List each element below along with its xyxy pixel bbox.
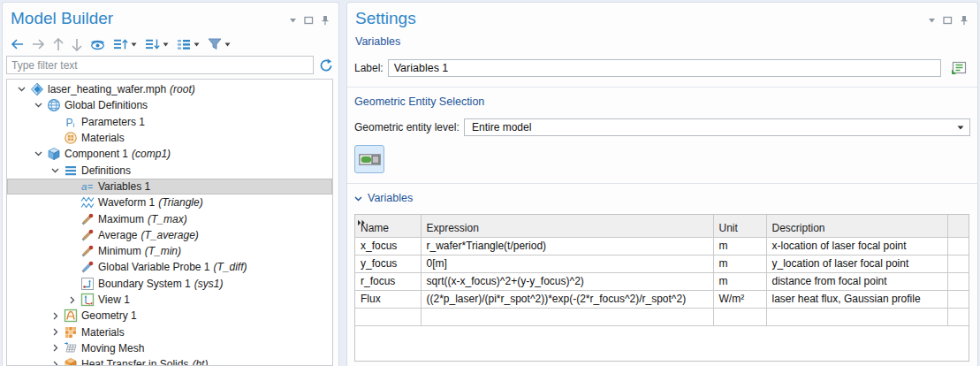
table-cell[interactable]	[947, 308, 969, 325]
tree-item-definitions[interactable]: Definitions	[7, 162, 332, 178]
tree-item-component-1[interactable]: Component 1(comp1)	[7, 146, 332, 162]
table-cell[interactable]: laser heat flux, Gaussian profile	[766, 290, 947, 308]
expand-tree-icon	[113, 38, 128, 50]
select-caret-icon	[957, 126, 964, 130]
back-arrow-button[interactable]	[11, 39, 24, 50]
tree-item-label: Global Variable Probe 1	[98, 261, 210, 273]
tree-item-view-1[interactable]: View 1	[7, 292, 332, 308]
move-down-arrow-button[interactable]	[72, 38, 82, 51]
table-cell[interactable]	[766, 308, 947, 325]
table-cell[interactable]: r_focus	[355, 272, 421, 290]
table-cell[interactable]: m	[713, 237, 766, 255]
tree-item-global-definitions[interactable]: Global Definitions	[7, 97, 332, 113]
table-cell[interactable]: y_location of laser focal point	[766, 255, 947, 272]
entity-level-value: Entire model	[472, 121, 531, 133]
tree-item-materials[interactable]: Materials	[7, 324, 332, 339]
table-cell[interactable]: r_wafer*Triangle(t/period)	[421, 237, 713, 255]
model-builder-panel: Model Builder laser_heating_wafer.mph(ro…	[2, 2, 339, 366]
table-cell[interactable]: distance from focal point	[766, 272, 947, 290]
table-cell[interactable]: 0[m]	[421, 255, 713, 272]
tree-item-parameters-1[interactable]: PiParameters 1	[7, 114, 332, 130]
tree-item-moving-mesh[interactable]: Moving Mesh	[7, 340, 332, 356]
table-cell[interactable]	[421, 308, 713, 325]
tree-item-suffix: (T_average)	[141, 229, 198, 241]
settings-subtitle: Variables	[347, 31, 977, 48]
tree-detail-button[interactable]	[177, 39, 200, 50]
tree-item-variables-1[interactable]: a=Variables 1	[7, 179, 332, 194]
geometric-entity-selection-section-header[interactable]: Geometric Entity Selection	[347, 88, 977, 108]
waveform-icon	[80, 195, 95, 210]
tree-item-maximum[interactable]: Maximum(T_max)	[7, 210, 332, 226]
corner-expand-icon[interactable]	[357, 217, 366, 229]
tree-item-materials[interactable]: Materials	[7, 130, 332, 146]
variables-table: NameExpressionUnitDescription x_focusr_w…	[355, 215, 969, 326]
move-up-arrow-button[interactable]	[53, 38, 64, 51]
table-cell[interactable]	[947, 237, 969, 255]
entity-level-row: Geometric entity level: Entire model	[354, 118, 970, 136]
tree-item-label: Boundary System 1	[98, 278, 191, 290]
show-eye-button[interactable]	[90, 39, 105, 50]
show-name-button[interactable]	[948, 59, 969, 77]
chevron-collapsed-icon[interactable]	[48, 328, 63, 336]
chevron-collapsed-icon[interactable]	[48, 312, 63, 320]
panel-menu-icon[interactable]	[289, 18, 297, 23]
table-cell[interactable]	[355, 308, 421, 325]
chevron-expanded-icon[interactable]	[48, 168, 63, 173]
pin-icon[interactable]	[321, 15, 330, 26]
table-cell[interactable]: W/m²	[713, 290, 766, 308]
table-cell[interactable]: m	[713, 255, 766, 272]
tree-item-global-variable-probe-1[interactable]: Global Variable Probe 1(T_diff)	[7, 259, 332, 275]
tree-item-average[interactable]: Average(T_average)	[7, 227, 332, 243]
geometry-icon	[63, 309, 78, 323]
chevron-expanded-icon[interactable]	[31, 151, 46, 156]
table-cell[interactable]	[713, 308, 766, 325]
dropdown-caret-icon[interactable]	[131, 42, 137, 47]
dropdown-caret-icon[interactable]	[224, 42, 231, 47]
heat-transfer-icon	[63, 357, 78, 366]
chevron-collapsed-icon[interactable]	[48, 361, 63, 366]
table-cell[interactable]	[947, 272, 969, 290]
table-cell[interactable]: y_focus	[355, 255, 421, 272]
label-input[interactable]	[388, 59, 941, 77]
move-up-arrow-icon	[53, 38, 64, 51]
tree-item-geometry-1[interactable]: Geometry 1	[7, 308, 332, 324]
tree-item-laser-heating-wafer-mph[interactable]: laser_heating_wafer.mph(root)	[7, 81, 332, 97]
chevron-expanded-icon[interactable]	[14, 87, 29, 92]
table-cell[interactable]: m	[713, 272, 766, 290]
tree-item-label: Maximum	[98, 213, 144, 225]
entity-level-select[interactable]: Entire model	[464, 118, 970, 136]
forward-arrow-button[interactable]	[32, 39, 45, 50]
settings-header: Settings	[347, 3, 977, 31]
table-cell[interactable]: x_focus	[355, 237, 421, 255]
panel-menu-icon[interactable]	[928, 18, 936, 23]
table-cell[interactable]: x-location of laser focal point	[766, 237, 947, 255]
chevron-collapsed-icon[interactable]	[65, 296, 80, 304]
dropdown-caret-icon[interactable]	[194, 42, 200, 47]
table-cell[interactable]: Flux	[355, 290, 421, 308]
float-icon[interactable]	[943, 16, 953, 25]
active-toggle-button[interactable]	[354, 145, 384, 173]
chevron-expanded-icon[interactable]	[31, 103, 46, 108]
pin-icon[interactable]	[960, 15, 969, 26]
table-cell[interactable]	[947, 255, 969, 272]
materials-global-icon	[63, 131, 78, 145]
tree-item-label: laser_heating_wafer.mph	[48, 83, 166, 95]
float-icon[interactable]	[304, 16, 314, 25]
tree-item-waveform-1[interactable]: Waveform 1(Triangle)	[7, 194, 332, 210]
table-cell[interactable]	[947, 290, 969, 308]
refresh-icon[interactable]	[319, 58, 333, 72]
tree-item-boundary-system-1[interactable]: Boundary System 1(sys1)	[7, 276, 332, 292]
collapse-tree-button[interactable]	[145, 38, 169, 50]
table-cell[interactable]: sqrt((x-x_focus)^2+(y-y_focus)^2)	[421, 272, 713, 290]
table-cell[interactable]: ((2*p_laser)/(pi*r_spot^2))*exp(-(2*r_fo…	[421, 290, 713, 308]
model-builder-title: Model Builder	[3, 3, 338, 28]
expand-tree-button[interactable]	[113, 38, 137, 50]
chevron-collapsed-icon[interactable]	[48, 344, 63, 352]
dropdown-caret-icon[interactable]	[163, 42, 169, 47]
filter-funnel-button[interactable]	[208, 38, 231, 50]
table-blank-area[interactable]	[355, 326, 969, 362]
variables-section-header[interactable]: Variables	[347, 184, 977, 204]
tree-item-minimum[interactable]: Minimum(T_min)	[7, 243, 332, 259]
tree-item-heat-transfer-in-solids[interactable]: Heat Transfer in Solids(ht)	[7, 356, 332, 366]
filter-input[interactable]	[6, 56, 314, 74]
